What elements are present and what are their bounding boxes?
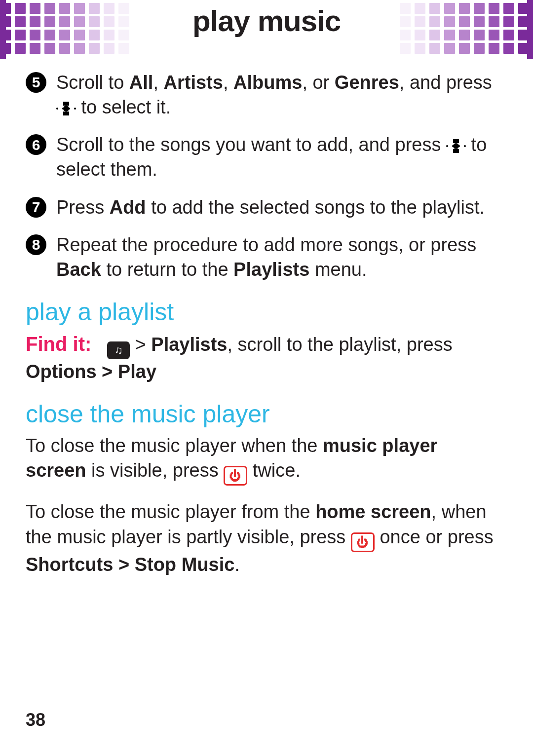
step-number-icon: 8	[26, 234, 46, 255]
page-number: 38	[26, 710, 45, 730]
text: , and press	[399, 72, 492, 93]
text-bold: Options > Play	[26, 361, 156, 382]
text: is visible, press	[86, 460, 224, 481]
text: >	[135, 334, 152, 355]
content: 5 Scroll to All, Artists, Albums, or Gen…	[26, 70, 502, 591]
power-key-icon: ⏻	[224, 466, 247, 486]
text-bold: Shortcuts > Stop Music	[26, 554, 234, 575]
text: Press	[56, 197, 110, 218]
text: , or	[302, 72, 334, 93]
step-6: 6 Scroll to the songs you want to add, a…	[26, 132, 502, 182]
paragraph: To close the music player from the home …	[26, 499, 502, 576]
step-number-icon: 7	[26, 197, 46, 218]
text: Scroll to	[56, 72, 129, 93]
text: Scroll to the songs you want to add, and…	[56, 134, 446, 155]
text: twice.	[247, 460, 301, 481]
step-body: Repeat the procedure to add more songs, …	[56, 232, 502, 282]
text: menu.	[309, 259, 367, 280]
header-band: play music	[0, 0, 533, 64]
text: once or press	[375, 527, 494, 547]
step-body: Scroll to All, Artists, Albums, or Genre…	[56, 70, 502, 119]
text: to select it.	[76, 97, 171, 117]
text-bold: All	[129, 72, 153, 93]
text-bold: Add	[110, 197, 146, 218]
power-key-icon: ⏻	[351, 532, 375, 552]
text: .	[234, 554, 240, 575]
step-body: Scroll to the songs you want to add, and…	[56, 132, 502, 182]
text-bold: home screen	[315, 501, 431, 522]
find-it-line: Find it: ♫ > Playlists, scroll to the pl…	[26, 331, 502, 384]
nav-select-icon	[56, 102, 76, 115]
text: , scroll to the playlist, press	[228, 334, 453, 355]
step-7: 7 Press Add to add the selected songs to…	[26, 195, 502, 220]
text: to return to the	[101, 259, 233, 280]
text: Repeat the procedure to add more songs, …	[56, 234, 476, 255]
heading-play-a-playlist: play a playlist	[26, 296, 502, 328]
text-bold: Playlists	[233, 259, 309, 280]
nav-select-icon	[446, 139, 466, 153]
text: To close the music player from the	[26, 501, 315, 522]
step-5: 5 Scroll to All, Artists, Albums, or Gen…	[26, 70, 502, 119]
text-bold: Albums	[233, 72, 302, 93]
heading-close-music-player: close the music player	[26, 398, 502, 430]
text-bold: Playlists	[151, 334, 227, 355]
text-bold: Back	[56, 259, 101, 280]
music-key-icon: ♫	[107, 341, 130, 359]
step-number-icon: 5	[26, 72, 46, 93]
page: play music 5 Scroll to All, Artists, Alb…	[0, 0, 533, 756]
text-bold: Genres	[335, 72, 399, 93]
step-body: Press Add to add the selected songs to t…	[56, 195, 502, 220]
step-number-icon: 6	[26, 134, 46, 155]
text: To close the music player when the	[26, 435, 323, 456]
find-it-label: Find it:	[26, 333, 91, 355]
text: ,	[223, 72, 233, 93]
text: to add the selected songs to the playlis…	[146, 197, 485, 218]
text-bold: Artists	[164, 72, 223, 93]
text: ,	[153, 72, 163, 93]
paragraph: To close the music player when the music…	[26, 433, 502, 486]
page-title: play music	[0, 4, 533, 38]
step-8: 8 Repeat the procedure to add more songs…	[26, 232, 502, 282]
